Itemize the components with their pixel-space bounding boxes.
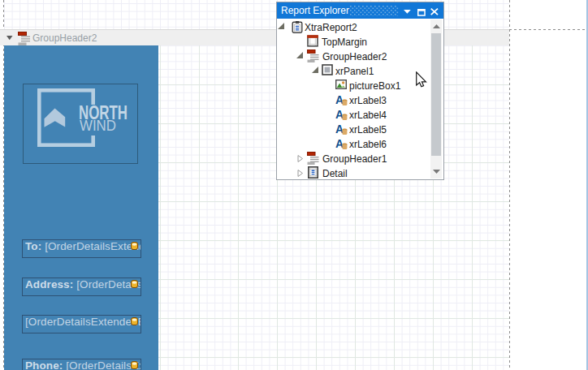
- svg-text:WIND: WIND: [80, 117, 116, 134]
